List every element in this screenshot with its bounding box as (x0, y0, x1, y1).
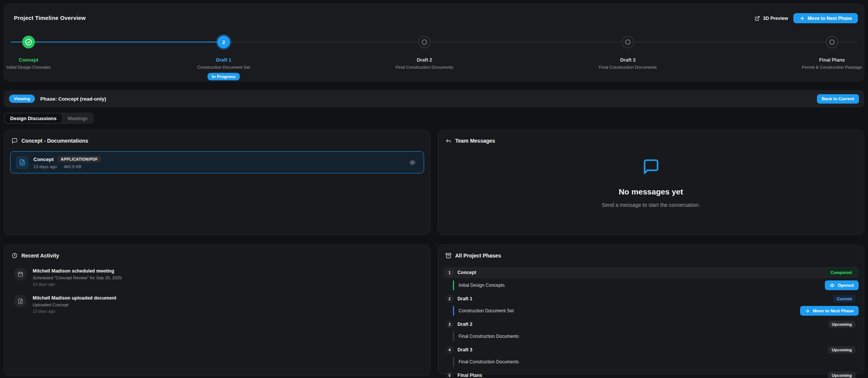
chat-bubble-icon (642, 158, 660, 175)
phase-number: 1 (446, 269, 453, 276)
status-badge-upcoming: Upcoming (828, 372, 856, 378)
file-tile (16, 156, 29, 169)
empty-state-subtitle: Send a message to start the conversation… (602, 202, 700, 208)
phase-number: 3 (446, 321, 453, 328)
team-messages-title: Team Messages (455, 138, 495, 144)
view-file-button[interactable] (409, 160, 415, 166)
back-to-current-button[interactable]: Back to Current (817, 94, 859, 104)
all-project-phases-panel: All Project Phases 1 Concept Completed I… (438, 245, 864, 374)
step-desc: Construction Document Set (197, 65, 250, 69)
recent-activity-title: Recent Activity (21, 253, 59, 259)
opened-label: Opened (838, 283, 854, 288)
step-desc: Permit & Construction Package (802, 65, 862, 69)
step-current-circle: 2 (217, 36, 230, 48)
team-messages-panel: Team Messages No messages yet Send a mes… (438, 130, 864, 235)
file-upload-icon (18, 298, 23, 304)
step-name: Concept (19, 57, 38, 63)
activity-time: 13 days ago (33, 282, 122, 286)
stepper-step-draft-3[interactable]: Draft 3 Final Construction Documents (575, 36, 680, 69)
documents-panel: Concept - Documentations Concept APPLICA… (4, 130, 430, 235)
activity-avatar (14, 268, 27, 280)
content-tabs: Design Discussions Meetings (4, 113, 94, 124)
phase-desc: Construction Document Set (459, 308, 514, 313)
stepper-step-concept[interactable]: Concept Initial Design Concepts (0, 36, 81, 69)
activity-detail: Scheduled "Concept Review" for Sep 26, 2… (33, 276, 122, 280)
step-desc: Initial Design Concepts (6, 65, 51, 69)
recent-activity-panel: Recent Activity Mitchell Madison schedul… (4, 245, 430, 376)
activity-list: Mitchell Madison scheduled meeting Sched… (14, 268, 423, 313)
eye-icon (830, 283, 835, 288)
status-badge-upcoming: Upcoming (828, 346, 856, 354)
circle-icon (422, 39, 427, 45)
activity-time: 13 days ago (33, 309, 116, 313)
empty-state-title: No messages yet (619, 187, 683, 196)
tab-label: Meetings (68, 116, 88, 121)
step-upcoming-circle (418, 36, 431, 48)
phase-stepper: Concept Initial Design Concepts 2 Draft … (4, 4, 864, 81)
eye-icon (409, 160, 415, 166)
archive-icon (445, 253, 451, 259)
phase-row-draft-2[interactable]: 3 Draft 2 Upcoming (443, 319, 859, 329)
in-progress-badge: In Progress (208, 73, 239, 80)
phase-desc: Final Construction Documents (459, 359, 519, 364)
team-messages-header: Team Messages (438, 130, 864, 144)
file-card-concept[interactable]: Concept APPLICATION/PDF 13 days ago 460.… (10, 151, 424, 173)
file-size: 460.9 KB (64, 164, 81, 169)
phase-bar-green (453, 280, 454, 290)
phase-row-draft-1[interactable]: 2 Draft 1 Current (443, 294, 859, 304)
file-type-badge: APPLICATION/PDF (57, 156, 101, 163)
status-badge-upcoming: Upcoming (828, 321, 856, 328)
tab-design-discussions[interactable]: Design Discussions (5, 114, 62, 123)
calendar-icon (18, 271, 23, 277)
tab-meetings[interactable]: Meetings (63, 114, 93, 123)
phase-desc: Final Construction Documents (459, 334, 519, 339)
move-to-next-phase-row-button[interactable]: Move to Next Phase (800, 306, 859, 316)
status-badge-current: Current (833, 295, 856, 303)
messages-empty-state: No messages yet Send a message to start … (438, 158, 864, 208)
file-age: 13 days ago (33, 164, 57, 169)
activity-detail: Uploaded Concept (33, 303, 116, 307)
step-name: Draft 3 (620, 57, 635, 63)
activity-title: Mitchell Madison scheduled meeting (33, 268, 122, 274)
file-name: Concept (33, 157, 54, 162)
phase-row-concept[interactable]: 1 Concept Completed (443, 267, 859, 278)
documents-panel-header: Concept - Documentations (4, 130, 430, 144)
phase-sub-draft-3: Final Construction Documents (453, 357, 859, 367)
phase-row-draft-3[interactable]: 4 Draft 3 Upcoming (443, 345, 859, 355)
phase-sub-concept: Initial Design Concepts Opened (453, 280, 859, 291)
phase-desc: Initial Design Concepts (459, 283, 505, 288)
phase-bar-gray (453, 331, 454, 341)
check-circle-icon (24, 38, 33, 46)
file-info: Concept APPLICATION/PDF 13 days ago 460.… (33, 156, 101, 169)
phase-bar-blue (453, 306, 454, 316)
phase-number: 2 (446, 295, 453, 302)
step-completed-circle (22, 36, 35, 48)
recent-activity-header: Recent Activity (4, 245, 430, 259)
activity-avatar (14, 295, 27, 307)
activity-item-meeting[interactable]: Mitchell Madison scheduled meeting Sched… (14, 268, 423, 286)
viewing-banner: Viewing Phase: Concept (read-only) Back … (4, 90, 864, 107)
status-badge-completed: Completed (827, 269, 856, 276)
step-desc: Final Construction Documents (396, 65, 453, 69)
phase-list: 1 Concept Completed Initial Design Conce… (443, 267, 859, 378)
phase-sub-draft-2: Final Construction Documents (453, 331, 859, 342)
step-desc: Final Construction Documents (599, 65, 657, 69)
stepper-step-final-plans[interactable]: Final Plans Permit & Construction Packag… (779, 36, 868, 69)
stepper-step-draft-2[interactable]: Draft 2 Final Construction Documents (372, 36, 477, 69)
phase-name: Draft 1 (457, 296, 472, 301)
activity-title: Mitchell Madison uploaded document (33, 295, 116, 301)
stepper-step-draft-1[interactable]: 2 Draft 1 Construction Document Set In P… (171, 36, 276, 80)
tab-label: Design Discussions (10, 116, 57, 121)
circle-icon (829, 39, 835, 45)
move-to-next-phase-row-label: Move to Next Phase (813, 309, 854, 313)
reply-arrow-icon[interactable] (445, 138, 451, 144)
message-square-icon (12, 138, 18, 144)
phase-name: Draft 3 (457, 347, 472, 352)
step-name: Draft 2 (417, 57, 432, 63)
all-project-phases-header: All Project Phases (438, 245, 864, 259)
page: Project Timeline Overview 3D Preview Mov… (0, 0, 868, 378)
opened-button[interactable]: Opened (825, 280, 859, 290)
phase-row-final-plans[interactable]: 5 Final Plans Upcoming (443, 370, 859, 378)
phase-number: 4 (446, 346, 453, 353)
activity-item-upload[interactable]: Mitchell Madison uploaded document Uploa… (14, 295, 423, 313)
